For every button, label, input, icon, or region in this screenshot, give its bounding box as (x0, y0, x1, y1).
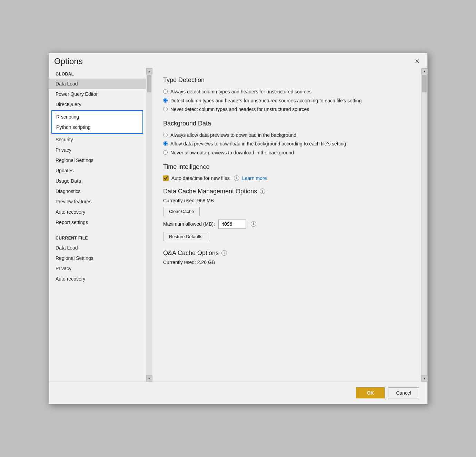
max-allowed-row: Maximum allowed (MB): ℹ (163, 220, 410, 228)
qa-cache-title-row: Q&A Cache Options ℹ (163, 250, 410, 257)
sidebar-item-preview-features[interactable]: Preview features (49, 196, 146, 207)
type-detection-title: Type Detection (163, 77, 410, 84)
td-detect-radio[interactable] (163, 98, 168, 103)
highlighted-scripting-group: R scripting Python scripting (51, 110, 143, 134)
sidebar-inner: GLOBAL Data Load Power Query Editor Dire… (49, 68, 146, 382)
bd-never-label: Never allow data previews to download in… (170, 150, 294, 156)
qa-cache-title: Q&A Cache Options (163, 250, 219, 257)
dialog-body: GLOBAL Data Load Power Query Editor Dire… (49, 68, 427, 382)
bd-never-option: Never allow data previews to download in… (163, 150, 410, 156)
ok-button[interactable]: OK (356, 387, 385, 398)
td-always-radio[interactable] (163, 89, 168, 94)
sidebar-item-cf-auto-recovery[interactable]: Auto recovery (49, 274, 146, 284)
bd-allow-radio[interactable] (163, 141, 168, 146)
auto-datetime-label: Auto date/time for new files (171, 175, 230, 181)
global-section-header: GLOBAL (49, 68, 146, 79)
dialog-titlebar: Options ✕ (49, 53, 427, 68)
background-data-title: Background Data (163, 120, 410, 127)
sidebar-item-cf-privacy[interactable]: Privacy (49, 263, 146, 274)
main-scroll-up[interactable]: ▲ (422, 68, 428, 74)
td-never-label: Never detect column types and headers fo… (170, 106, 309, 113)
max-allowed-label: Maximum allowed (MB): (163, 221, 215, 227)
bd-allow-label: Allow data previews to download in the b… (170, 141, 346, 148)
qa-cache-used-label: Currently used: 2.26 GB (163, 260, 410, 265)
bd-allow-option: Allow data previews to download in the b… (163, 141, 410, 148)
td-always-option: Always detect column types and headers f… (163, 89, 410, 95)
sidebar-item-power-query-editor[interactable]: Power Query Editor (49, 89, 146, 99)
sidebar-item-security[interactable]: Security (49, 134, 146, 145)
bd-always-option: Always allow data previews to download i… (163, 132, 410, 139)
sidebar-scroll-up[interactable]: ▲ (146, 68, 152, 74)
sidebar-item-directquery[interactable]: DirectQuery (49, 99, 146, 110)
sidebar-item-report-settings[interactable]: Report settings (49, 217, 146, 227)
data-cache-title: Data Cache Management Options (163, 188, 257, 195)
close-button[interactable]: ✕ (412, 57, 422, 66)
td-never-radio[interactable] (163, 107, 168, 111)
auto-datetime-checkbox[interactable] (163, 175, 169, 181)
max-allowed-input[interactable] (218, 220, 246, 228)
sidebar-item-updates[interactable]: Updates (49, 165, 146, 176)
sidebar-scrollbar: ▲ ▼ (146, 68, 152, 382)
cancel-button[interactable]: Cancel (388, 387, 419, 398)
sidebar-scroll-down[interactable]: ▼ (146, 375, 152, 382)
bd-always-radio[interactable] (163, 133, 168, 137)
max-allowed-info-icon: ℹ (251, 221, 256, 227)
bd-always-label: Always allow data previews to download i… (170, 132, 296, 139)
bd-never-radio[interactable] (163, 150, 168, 155)
sidebar-item-diagnostics[interactable]: Diagnostics (49, 186, 146, 196)
type-detection-radio-group: Always detect column types and headers f… (163, 89, 410, 113)
sidebar-item-r-scripting[interactable]: R scripting (52, 112, 142, 122)
data-cache-title-row: Data Cache Management Options ℹ (163, 188, 410, 195)
sidebar-wrapper: GLOBAL Data Load Power Query Editor Dire… (49, 68, 152, 382)
data-cache-info-icon: ℹ (260, 189, 265, 194)
data-cache-used-label: Currently used: 968 MB (163, 198, 410, 203)
qa-cache-info-icon: ℹ (221, 250, 227, 256)
td-always-label: Always detect column types and headers f… (170, 89, 311, 95)
sidebar-item-regional-settings[interactable]: Regional Settings (49, 155, 146, 165)
sidebar-scroll-thumb[interactable] (147, 75, 151, 92)
data-cache-section: Data Cache Management Options ℹ Currentl… (163, 188, 410, 241)
type-detection-section: Type Detection Always detect column type… (163, 77, 410, 113)
sidebar-item-cf-regional-settings[interactable]: Regional Settings (49, 253, 146, 263)
time-intelligence-info-icon: ℹ (234, 175, 239, 181)
sidebar-item-python-scripting[interactable]: Python scripting (52, 122, 142, 132)
background-data-radio-group: Always allow data previews to download i… (163, 132, 410, 156)
sidebar-item-usage-data[interactable]: Usage Data (49, 176, 146, 186)
options-dialog: Options ✕ GLOBAL Data Load Power Query E… (48, 53, 428, 404)
td-detect-label: Detect column types and headers for unst… (170, 98, 361, 104)
restore-defaults-button[interactable]: Restore Defaults (163, 232, 208, 241)
clear-cache-button[interactable]: Clear Cache (163, 207, 200, 216)
td-never-option: Never detect column types and headers fo… (163, 106, 410, 113)
sidebar-item-auto-recovery[interactable]: Auto recovery (49, 207, 146, 217)
time-intelligence-title: Time intelligence (163, 163, 410, 171)
main-inner: Type Detection Always detect column type… (152, 68, 421, 382)
current-file-section-header: CURRENT FILE (49, 232, 146, 243)
sidebar-item-privacy[interactable]: Privacy (49, 145, 146, 155)
sidebar-item-data-load[interactable]: Data Load (49, 79, 146, 89)
main-scrollbar: ▲ ▼ (421, 68, 427, 382)
qa-cache-section: Q&A Cache Options ℹ Currently used: 2.26… (163, 250, 410, 265)
dialog-title: Options (54, 57, 83, 66)
sidebar-item-cf-data-load[interactable]: Data Load (49, 243, 146, 253)
time-intelligence-checkbox-row: Auto date/time for new files ℹ Learn mor… (163, 175, 410, 181)
main-scroll-down[interactable]: ▼ (422, 375, 428, 382)
background-data-section: Background Data Always allow data previe… (163, 120, 410, 156)
time-intelligence-section: Time intelligence Auto date/time for new… (163, 163, 410, 181)
td-detect-option: Detect column types and headers for unst… (163, 98, 410, 104)
main-content-wrapper: Type Detection Always detect column type… (152, 68, 427, 382)
learn-more-link[interactable]: Learn more (242, 175, 267, 181)
main-scroll-thumb[interactable] (422, 75, 427, 92)
dialog-footer: OK Cancel (49, 382, 427, 404)
data-cache-body: Currently used: 968 MB Clear Cache Maxim… (163, 198, 410, 241)
